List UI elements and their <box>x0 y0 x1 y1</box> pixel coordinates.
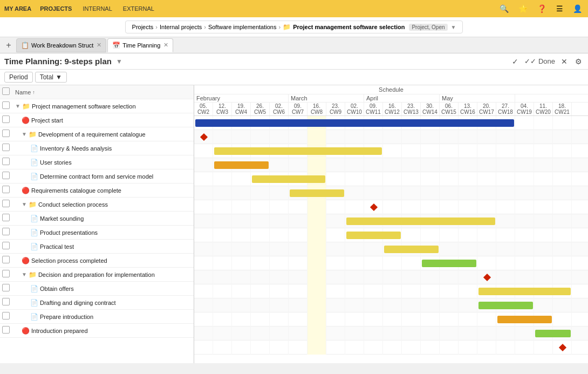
collapse-icon[interactable]: ▼ <box>15 103 20 109</box>
task-name-label-9: Market sounding <box>40 215 84 222</box>
week-col-13: 06.CW15 <box>440 103 459 115</box>
gantt-bar-task-6[interactable] <box>290 189 344 197</box>
nav-internal[interactable]: INTERNAL <box>80 4 114 13</box>
gantt-cell-9-7 <box>326 242 345 256</box>
collapse-icon[interactable]: ▼ <box>22 131 27 137</box>
add-tab-button[interactable]: + <box>2 39 15 52</box>
title-dropdown-chevron[interactable]: ▼ <box>116 58 122 65</box>
wbs-tab-close[interactable]: ✕ <box>97 42 101 49</box>
bc-software[interactable]: Software implementations <box>208 24 277 30</box>
gantt-cell-12-2 <box>232 284 251 298</box>
gantt-cell-9-8 <box>345 242 364 256</box>
task-checkbox-4[interactable] <box>2 144 10 151</box>
task-row-9[interactable]: 📄 Market sounding <box>0 212 194 226</box>
tab-wbs[interactable]: 📋 Work Breakdown Struct ✕ <box>16 38 106 52</box>
task-row-5[interactable]: 📄 User stories <box>0 155 194 169</box>
gantt-bar-task-4[interactable] <box>214 161 269 169</box>
select-all-checkbox[interactable] <box>2 87 10 95</box>
gantt-bar-task-16[interactable] <box>535 330 571 337</box>
task-row-1[interactable]: ▼ 📁 Project management software selectio… <box>0 99 194 113</box>
bc-internal[interactable]: Internal projects <box>160 24 202 30</box>
help-icon[interactable]: ❓ <box>537 4 546 13</box>
period-label[interactable]: Period <box>4 72 33 83</box>
close-icon[interactable]: ✕ <box>561 57 568 66</box>
gantt-bar-task-1[interactable] <box>195 119 514 127</box>
task-checkbox-8[interactable] <box>2 200 10 207</box>
task-checkbox-15[interactable] <box>2 298 10 305</box>
gantt-cell-2-11 <box>402 144 421 158</box>
task-row-8[interactable]: ▼ 📁 Conduct selection process <box>0 198 194 212</box>
gantt-cell-14-6 <box>307 312 326 327</box>
task-checkbox-10[interactable] <box>2 228 10 235</box>
task-row-6[interactable]: 📄 Determine contract form and service mo… <box>0 169 194 183</box>
task-row-13[interactable]: ▼ 📁 Decision and preparation for impleme… <box>0 268 194 282</box>
gantt-cell-16-12 <box>421 341 440 355</box>
task-row-12[interactable]: 🔴 Selection process completed <box>0 254 194 268</box>
task-row-2[interactable]: 🔴 Project start <box>0 113 194 127</box>
task-checkbox-14[interactable] <box>2 284 10 291</box>
gantt-row-6 <box>194 186 588 200</box>
gantt-cell-15-14 <box>459 327 477 341</box>
task-checkbox-16[interactable] <box>2 312 10 319</box>
gantt-bar-task-3[interactable] <box>214 147 382 155</box>
task-checkbox-9[interactable] <box>2 214 10 221</box>
done-button[interactable]: ✓✓ Done <box>524 57 555 65</box>
task-checkbox-3[interactable] <box>2 130 10 137</box>
task-checkbox-1[interactable] <box>2 101 10 109</box>
gantt-bar-task-8[interactable] <box>346 217 495 225</box>
gantt-bar-task-13[interactable] <box>478 288 571 295</box>
task-row-11[interactable]: 📄 Practical test <box>0 240 194 254</box>
bc-dropdown-chevron[interactable]: ▼ <box>451 24 456 30</box>
task-row-7[interactable]: 🔴 Requirements catalogue complete <box>0 183 194 198</box>
gantt-cell-6-14 <box>459 200 477 214</box>
task-checkbox-5[interactable] <box>2 158 10 165</box>
task-checkbox-11[interactable] <box>2 242 10 249</box>
task-checkbox-6[interactable] <box>2 172 10 179</box>
month-April: April <box>364 94 440 102</box>
task-checkbox-17[interactable] <box>2 326 10 334</box>
time-tab-close[interactable]: ✕ <box>163 42 168 49</box>
gantt-bar-task-9[interactable] <box>346 232 401 239</box>
task-row-3[interactable]: ▼ 📁 Development of a requirement catalog… <box>0 127 194 141</box>
user-avatar[interactable]: 👤 <box>573 4 582 13</box>
total-dropdown[interactable]: Total ▼ <box>35 72 67 83</box>
task-checkbox-7[interactable] <box>2 186 10 193</box>
collapse-icon[interactable]: ▼ <box>22 201 27 207</box>
bc-projects[interactable]: Projects <box>132 24 154 30</box>
gantt-cell-1-17 <box>515 130 534 144</box>
sort-arrow-icon[interactable]: ↑ <box>32 90 35 95</box>
gantt-bar-task-14[interactable] <box>478 302 533 309</box>
nav-external[interactable]: EXTERNAL <box>121 4 156 13</box>
star-icon[interactable]: ⭐ <box>518 4 528 13</box>
menu-icon[interactable]: ☰ <box>556 4 563 13</box>
gantt-cell-16-1 <box>213 341 232 355</box>
bc-project-tag: Project, Open <box>409 24 447 31</box>
collapse-icon[interactable]: ▼ <box>22 271 27 277</box>
task-checkbox-2[interactable] <box>2 115 10 123</box>
gantt-bar-task-5[interactable] <box>252 175 325 183</box>
bc-project-name[interactable]: Project management software selection <box>293 24 405 30</box>
gantt-cell-15-13 <box>440 327 459 341</box>
gantt-cell-15-11 <box>402 327 421 341</box>
gantt-bar-task-10[interactable] <box>384 246 439 253</box>
settings-icon[interactable]: ⚙ <box>575 57 582 66</box>
gantt-bar-task-11[interactable] <box>422 260 476 267</box>
task-row-14[interactable]: 📄 Obtain offers <box>0 282 194 296</box>
task-row-16[interactable]: 📄 Prepare introduction <box>0 310 194 324</box>
gantt-cell-15-16 <box>496 327 515 341</box>
search-icon[interactable]: 🔍 <box>500 4 509 13</box>
task-row-10[interactable]: 📄 Product presentations <box>0 226 194 240</box>
task-row-15[interactable]: 📄 Drafting and digning contract <box>0 296 194 310</box>
task-checkbox-13[interactable] <box>2 270 10 277</box>
week-col-18: 11.CW20 <box>534 103 553 115</box>
gantt-cell-6-16 <box>496 200 515 214</box>
gantt-area[interactable]: Schedule FebruaryMarchAprilMay 05.CW212.… <box>194 85 588 363</box>
gantt-cell-7-1 <box>213 214 232 228</box>
task-row-17[interactable]: 🔴 Introduction prepared <box>0 324 194 338</box>
task-checkbox-12[interactable] <box>2 256 10 263</box>
tab-time-planning[interactable]: 📅 Time Planning ✕ <box>107 38 173 52</box>
gantt-bar-task-15[interactable] <box>497 316 552 323</box>
nav-projects[interactable]: PROJECTS <box>38 4 74 13</box>
checkmark-icon[interactable]: ✓ <box>512 57 518 66</box>
task-row-4[interactable]: 📄 Inventory & Needs analysis <box>0 141 194 155</box>
